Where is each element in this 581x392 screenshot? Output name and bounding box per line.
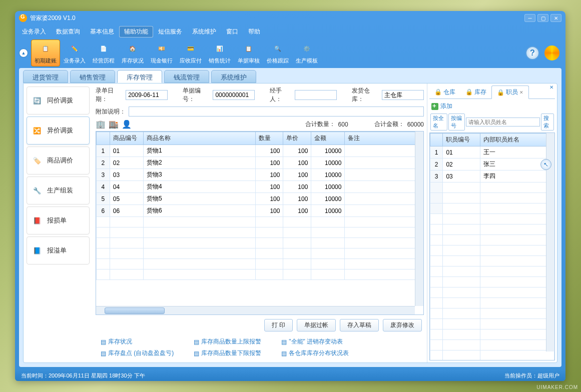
- collapse-toolbar-button[interactable]: ▲: [19, 48, 28, 58]
- grid-header-3[interactable]: 数量: [255, 132, 283, 145]
- discard-button[interactable]: 废弃修改: [383, 319, 422, 332]
- statusbar: 当前时间：2009年06月11日 星期四 18时30分 下午 当前操作员：超级用…: [15, 370, 565, 381]
- tab-close-icon[interactable]: ✕: [519, 90, 523, 95]
- staff-row-empty: [430, 224, 554, 235]
- main-tab-2[interactable]: 库存管理: [117, 70, 162, 83]
- link[interactable]: ▤ 库存商品数量上限报警: [194, 338, 261, 346]
- status-time: 当前时间：2009年06月11日 星期四 18时30分 下午: [21, 372, 145, 380]
- inventory-status-button[interactable]: 🏠库存状况: [118, 40, 147, 66]
- menu-6[interactable]: 窗口: [221, 26, 243, 38]
- table-row-empty[interactable]: [97, 248, 423, 259]
- menu-1[interactable]: 数据查询: [51, 26, 85, 38]
- prod-template-button[interactable]: ⚙️生产模板: [292, 40, 321, 66]
- close-button[interactable]: ✕: [550, 14, 561, 22]
- menu-3[interactable]: 辅助功能: [119, 26, 153, 38]
- table-row-empty[interactable]: [97, 259, 423, 270]
- right-tab-2[interactable]: 🔒职员✕: [491, 86, 529, 99]
- link[interactable]: ▤ "全能" 进销存变动表: [281, 338, 349, 346]
- table-row-empty[interactable]: [97, 270, 423, 280]
- total-qty-value: 600: [338, 121, 348, 128]
- staff-row[interactable]: 303李四: [430, 170, 554, 182]
- right-tab-1[interactable]: 🔒库存: [460, 86, 491, 98]
- disc-icon[interactable]: [544, 46, 559, 60]
- menu-4[interactable]: 短信服务: [153, 26, 187, 38]
- grid-hscrollbar[interactable]: [96, 306, 415, 314]
- grid-header-2[interactable]: 商品名称: [143, 132, 255, 145]
- person-icon[interactable]: 👤: [122, 120, 132, 129]
- maximize-button[interactable]: ▢: [537, 14, 548, 22]
- menu-0[interactable]: 业务录入: [17, 26, 51, 38]
- link[interactable]: ▤ 库存商品数量下限报警: [194, 349, 261, 358]
- table-row[interactable]: 404货物410010010000: [97, 181, 423, 193]
- table-row-empty[interactable]: [97, 217, 423, 228]
- add-button[interactable]: 添加: [429, 99, 555, 114]
- sidebar-price-adjust[interactable]: 🏷️商品调价: [27, 146, 90, 174]
- sidebar-same-price-transfer[interactable]: 🔄同价调拨: [27, 86, 90, 114]
- staff-header-2[interactable]: 内部职员姓名: [480, 134, 554, 146]
- building1-icon[interactable]: 🏢: [96, 120, 106, 129]
- main-tab-0[interactable]: 进货管理: [23, 70, 68, 83]
- grid-header-4[interactable]: 单价: [283, 132, 311, 145]
- table-row[interactable]: 101货物110010010000: [97, 145, 423, 157]
- price-track-button[interactable]: 🔍价格跟踪: [263, 40, 292, 66]
- initial-account-button[interactable]: 📋初期建账: [31, 40, 60, 66]
- table-row[interactable]: 606货物610010010000: [97, 205, 423, 217]
- scroll-arrow-icon[interactable]: ↖: [540, 159, 551, 170]
- draft-button[interactable]: 存入草稿: [340, 319, 379, 332]
- sales-stats-button[interactable]: 📊销售统计: [205, 40, 234, 66]
- business-entry-button[interactable]: ✏️业务录入: [60, 40, 89, 66]
- sidebar-diff-price-transfer[interactable]: 🔀异价调拨: [27, 116, 90, 144]
- handler-input[interactable]: [295, 90, 337, 100]
- staff-row[interactable]: 202张三: [430, 158, 554, 170]
- right-tab-0[interactable]: 🔒仓库: [429, 86, 460, 98]
- note-input[interactable]: [129, 106, 424, 116]
- main-tab-4[interactable]: 系统维护: [211, 70, 256, 83]
- table-row-empty[interactable]: [97, 228, 423, 238]
- table-row-empty[interactable]: [97, 238, 423, 248]
- building2-icon[interactable]: 🏬: [109, 120, 119, 129]
- post-button[interactable]: 单据过帐: [297, 319, 336, 332]
- filter-fullname-button[interactable]: 按全名: [430, 114, 447, 130]
- link[interactable]: ▤ 库存盘点 (自动盘盈盘亏): [101, 349, 174, 358]
- titlebar[interactable]: 管家婆2009 V1.0 ─ ▢ ✕: [15, 11, 565, 25]
- grid-header-5[interactable]: 金额: [311, 132, 345, 145]
- help-icon[interactable]: ?: [525, 46, 539, 60]
- staff-header-0[interactable]: [430, 134, 443, 146]
- minimize-button[interactable]: ─: [524, 14, 535, 22]
- table-row[interactable]: 505货物510010010000: [97, 193, 423, 205]
- grid-header-1[interactable]: 商品编号: [110, 132, 143, 145]
- staff-row[interactable]: 101王一: [430, 146, 554, 158]
- filter-code-button[interactable]: 按编号: [448, 114, 465, 130]
- cash-bank-button[interactable]: 💴现金银行: [147, 40, 176, 66]
- link[interactable]: ▤ 库存状况: [101, 338, 174, 346]
- main-tab-1[interactable]: 销售管理: [70, 70, 115, 83]
- receivable-button[interactable]: 💳应收应付: [176, 40, 205, 66]
- menu-2[interactable]: 基本信息: [85, 26, 119, 38]
- panel-close-button[interactable]: ✕: [548, 84, 555, 92]
- staff-search-input[interactable]: [466, 118, 540, 126]
- search-button[interactable]: 搜索: [541, 114, 554, 130]
- grid-header-0[interactable]: [97, 132, 110, 145]
- print-button[interactable]: 打 印: [264, 319, 293, 332]
- sidebar-loss-report[interactable]: 📕报损单: [27, 206, 90, 234]
- docno-input[interactable]: [213, 90, 255, 100]
- link[interactable]: ▤ 各仓库库存分布状况表: [281, 349, 349, 358]
- table-row[interactable]: 303货物310010010000: [97, 169, 423, 181]
- staff-row-empty: [430, 235, 554, 246]
- grid-vscrollbar[interactable]: [415, 132, 423, 306]
- audit-button[interactable]: 📋单据审核: [234, 40, 263, 66]
- staff-row-empty: [430, 214, 554, 224]
- warehouse-input[interactable]: [382, 90, 424, 100]
- staff-grid[interactable]: 职员编号内部职员姓名101王一202张三303李四 ↖: [429, 132, 555, 360]
- grid-header-6[interactable]: 备注: [345, 132, 423, 145]
- staff-header-1[interactable]: 职员编号: [443, 134, 480, 146]
- menu-5[interactable]: 系统维护: [187, 26, 221, 38]
- main-tab-3[interactable]: 钱流管理: [164, 70, 209, 83]
- history-button[interactable]: 📄经营历程: [89, 40, 118, 66]
- date-input[interactable]: [126, 90, 168, 100]
- sidebar-production-assembly[interactable]: 🔧生产组装: [27, 176, 90, 204]
- goods-grid[interactable]: 商品编号商品名称数量单价金额备注101货物110010010000202货物21…: [96, 131, 424, 315]
- menu-7[interactable]: 帮助: [243, 26, 265, 38]
- table-row[interactable]: 202货物210010010000: [97, 157, 423, 169]
- sidebar-overflow-report[interactable]: 📘报溢单: [27, 236, 90, 264]
